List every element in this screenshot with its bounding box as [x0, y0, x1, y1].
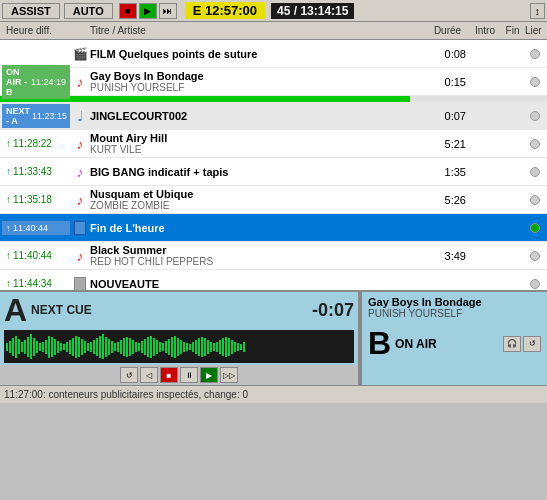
- waveform-bar: [156, 340, 158, 354]
- table-row[interactable]: ↑11:28:22 ♪ Mount Airy Hill KURT VILE 5:…: [0, 130, 547, 158]
- on-air-label-row: B ON AIR 🎧 ↺: [362, 323, 547, 364]
- duration-cell: 0:07: [425, 110, 470, 122]
- auto-button[interactable]: AUTO: [64, 3, 113, 19]
- waveform-bar: [117, 342, 119, 352]
- waveform-bar: [114, 343, 116, 351]
- waveform-bar: [45, 340, 47, 354]
- playlist[interactable]: 🎬 FILM Quelques points de suture 0:08 ON…: [0, 40, 547, 290]
- dot-cell: [525, 279, 545, 289]
- time-value: 11:24:19: [31, 77, 66, 87]
- title-cell: JINGLECOURT002: [90, 110, 425, 122]
- waveform-bar: [216, 342, 218, 352]
- next-cue-label: NEXT CUE: [31, 303, 308, 317]
- dot-cell: [525, 139, 545, 149]
- waveform-bar: [63, 344, 65, 350]
- table-row[interactable]: 🎬 FILM Quelques points de suture 0:08: [0, 40, 547, 68]
- waveform-bar: [207, 340, 209, 354]
- waveform-bar: [189, 344, 191, 350]
- header-lier: Lier: [525, 25, 545, 36]
- waveform-bar: [84, 341, 86, 353]
- on-air-track-info: Gay Boys In Bondage PUNISH YOURSELF: [362, 292, 547, 323]
- play-button[interactable]: ▶: [139, 3, 157, 19]
- waveform-bar: [78, 337, 80, 357]
- status-bar: 11:27:00: conteneurs publicitaires inspe…: [0, 385, 547, 403]
- track-title: Gay Boys In Bondage: [90, 70, 425, 82]
- stop-cue-button[interactable]: ■: [160, 367, 178, 383]
- waveform-bar: [66, 342, 68, 352]
- table-row[interactable]: ON AIR - B 11:24:19 ♪ Gay Boys In Bondag…: [0, 68, 547, 96]
- assist-button[interactable]: ASSIST: [2, 3, 60, 19]
- time-cell: ↑11:33:43: [2, 166, 70, 177]
- next-cue-header: A NEXT CUE -0:07: [0, 292, 358, 328]
- track-title: Mount Airy Hill: [90, 132, 425, 144]
- waveform-bar: [219, 340, 221, 354]
- waveform-bar: [126, 337, 128, 357]
- next-badge: NEXT - A: [6, 106, 30, 126]
- waveform-display: [4, 330, 354, 363]
- waveform-bar: [36, 341, 38, 353]
- sort-button[interactable]: ↕: [530, 3, 546, 19]
- next-cue-button[interactable]: ▷▷: [220, 367, 238, 383]
- waveform-bar: [30, 334, 32, 359]
- waveform-bar: [18, 339, 20, 354]
- headphone-button[interactable]: 🎧: [503, 336, 521, 352]
- next-cue-panel: A NEXT CUE -0:07 ↺ ◁ ■ ⏸ ▶ ▷▷: [0, 292, 360, 385]
- table-row-selected[interactable]: ↑ 11:40:44 Fin de L'heure: [0, 214, 547, 242]
- track-title: Fin de L'heure: [90, 222, 425, 234]
- cue-section: A NEXT CUE -0:07 ↺ ◁ ■ ⏸ ▶ ▷▷ Gay Boys I…: [0, 290, 547, 385]
- track-title: JINGLECOURT002: [90, 110, 425, 122]
- dot-cell: [525, 77, 545, 87]
- play-cue-button[interactable]: ▶: [200, 367, 218, 383]
- dot-cell: [525, 167, 545, 177]
- dot-cell: [525, 195, 545, 205]
- next-button[interactable]: ⏭: [159, 3, 177, 19]
- waveform-bar: [141, 341, 143, 353]
- status-dot: [530, 167, 540, 177]
- title-cell: Mount Airy Hill KURT VILE: [90, 132, 425, 155]
- table-row[interactable]: ↑11:44:34 NOUVEAUTE: [0, 270, 547, 290]
- waveform-bar: [180, 340, 182, 354]
- track-title: FILM Quelques points de suture: [90, 48, 425, 60]
- waveform-bar: [174, 336, 176, 358]
- waveform-bar: [165, 341, 167, 353]
- waveform-bar: [177, 338, 179, 356]
- stop-button[interactable]: ■: [119, 3, 137, 19]
- waveform-bar: [69, 340, 71, 354]
- status-text: 11:27:00: conteneurs publicitaires inspe…: [4, 389, 248, 400]
- waveform-bar: [201, 337, 203, 357]
- waveform-bar: [123, 338, 125, 356]
- icon-cell: [70, 221, 90, 235]
- waveform-bar: [153, 338, 155, 356]
- status-dot: [530, 251, 540, 261]
- on-air-icons: 🎧 ↺: [503, 336, 541, 352]
- table-row[interactable]: ↑11:35:18 ♪ Nusquam et Ubique ZOMBIE ZOM…: [0, 186, 547, 214]
- time-cell: ↑11:40:44: [2, 250, 70, 261]
- waveform-bar: [87, 343, 89, 351]
- waveform-bar: [210, 342, 212, 352]
- table-row[interactable]: ↑11:33:43 ♪ BIG BANG indicatif + tapis 1…: [0, 158, 547, 186]
- on-air-panel: Gay Boys In Bondage PUNISH YOURSELF B ON…: [362, 292, 547, 385]
- music-icon: ♪: [77, 74, 84, 90]
- waveform-bar: [243, 342, 245, 352]
- loop-on-air-button[interactable]: ↺: [523, 336, 541, 352]
- duration-cell: 3:49: [425, 250, 470, 262]
- loop-button[interactable]: ↺: [120, 367, 138, 383]
- icon-cell: ♪: [70, 164, 90, 180]
- time-cell-next: NEXT - A 11:23:15: [2, 104, 70, 128]
- status-dot: [530, 139, 540, 149]
- prev-button[interactable]: ◁: [140, 367, 158, 383]
- duration-cell: 5:21: [425, 138, 470, 150]
- waveform-bar: [213, 343, 215, 351]
- film-icon: 🎬: [73, 47, 88, 61]
- table-row[interactable]: ↑11:40:44 ♪ Black Summer RED HOT CHILI P…: [0, 242, 547, 270]
- waveform-bar: [60, 343, 62, 351]
- table-row[interactable]: NEXT - A 11:23:15 ♩ JINGLECOURT002 0:07: [0, 102, 547, 130]
- title-cell: Black Summer RED HOT CHILI PEPPERS: [90, 244, 425, 267]
- pause-button[interactable]: ⏸: [180, 367, 198, 383]
- header-duree: Durée: [425, 25, 470, 36]
- icon-cell: 🎬: [70, 47, 90, 61]
- label-icon: [74, 277, 86, 291]
- waveform-bar: [129, 338, 131, 356]
- waveform-bar: [54, 339, 56, 355]
- duration-cell: 0:08: [425, 48, 470, 60]
